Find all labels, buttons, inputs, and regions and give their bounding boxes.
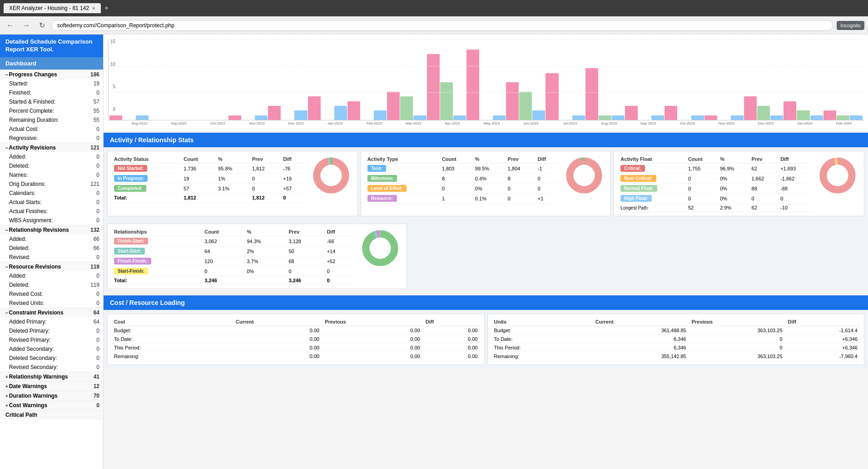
bar [757, 106, 770, 120]
sidebar-item-duration-warnings[interactable]: +Duration Warnings 70 [0, 391, 103, 400]
sidebar-item-percent-complete: Percent Complete: 55 [0, 106, 103, 115]
incognito-button[interactable]: Incognito [837, 21, 864, 30]
sidebar-item-rel-revised: Revised: 0 [0, 253, 103, 262]
units-table: Units Current Previous Diff Budget: 361,… [491, 318, 861, 361]
table-row-total: Total: 1,812 1,812 0 [111, 194, 305, 202]
bar-group [665, 106, 704, 120]
table-row: Finish-Start: 3,06294.3%3,128-66 [111, 236, 354, 246]
units-card: Units Current Previous Diff Budget: 361,… [487, 314, 865, 365]
bar [255, 115, 268, 120]
svg-point-14 [370, 238, 391, 259]
sidebar-dashboard[interactable]: Dashboard [0, 57, 103, 70]
table-row: Resource: 10.1%0+1 [365, 194, 558, 204]
bar [691, 115, 704, 120]
sidebar-item-resource-revisions[interactable]: –Resource Revisions 119 [0, 262, 103, 271]
x-label: Jun-2023 [511, 121, 551, 125]
x-label: Aug-2023 [590, 121, 629, 125]
sidebar-item-orig-durations: Orig Durations: 121 [0, 180, 103, 189]
cell-diff: +19 [280, 174, 304, 184]
table-row: High Float: 00%00 [618, 194, 811, 204]
sidebar-item-relationship-revisions[interactable]: –Relationship Revisions 132 [0, 225, 103, 234]
svg-point-6 [574, 165, 595, 186]
table-row: Remaining: 355,142.85363,103.25-7,960.4 [491, 352, 861, 361]
forward-button[interactable]: → [20, 20, 33, 30]
table-row: Start-Start: 642%50+14 [111, 246, 354, 256]
bar-group [784, 101, 823, 120]
table-row: Critical: 1,75596.9%62+1,693 [618, 164, 811, 174]
activity-status-card: Activity Status Count % Prev Diff Not St… [107, 151, 358, 216]
sidebar-item-deleted-secondary: Deleted Secondary: 0 [0, 354, 103, 363]
bar [506, 82, 519, 120]
bar [294, 110, 307, 120]
col-activity-status: Activity Status [111, 155, 181, 164]
x-label: Nov-2022 [237, 121, 276, 125]
x-label: Mar-2023 [394, 121, 433, 125]
badge-task: Task: [367, 165, 386, 172]
bar [374, 110, 387, 120]
sidebar-item-cost-warnings[interactable]: +Cost Warnings 0 [0, 400, 103, 410]
activity-type-donut [561, 155, 607, 196]
sidebar-item-deleted: Deleted: 0 [0, 161, 103, 170]
sidebar-item-started: Started: 19 [0, 79, 103, 88]
browser-chrome: XER Analyzer - Housing - 81 142 ✕ + [0, 0, 868, 16]
table-row: Remaining: 0.000.000.00 [111, 352, 481, 361]
x-label: Sep-2023 [629, 121, 668, 125]
back-button[interactable]: ← [4, 20, 16, 30]
col-activity-float: Activity Float [618, 155, 685, 164]
sidebar-item-started-finished: Started & Finished: 57 [0, 97, 103, 106]
sidebar-item-regressive: Regressive: 0 [0, 134, 103, 143]
col-cost-diff: Diff [423, 318, 481, 326]
sidebar-item-constraint-revisions[interactable]: –Constraint Revisions 64 [0, 308, 103, 317]
bar-group [308, 96, 347, 120]
bar [493, 115, 506, 120]
activity-float-card: Activity Float Count % Prev Diff Critica… [614, 151, 864, 216]
bar-group [625, 106, 664, 120]
cell-diff: -76 [280, 164, 304, 174]
cell-diff: +57 [280, 184, 304, 194]
sidebar-item-date-warnings[interactable]: +Date Warnings 12 [0, 381, 103, 391]
bar-group [744, 96, 783, 120]
sidebar-item-critical-path[interactable]: Critical Path [0, 410, 103, 419]
sidebar-item-revised-secondary: Revised Secondary: 0 [0, 363, 103, 372]
bar [440, 82, 453, 120]
refresh-button[interactable]: ↻ [36, 20, 48, 30]
sidebar-item-rel-added: Added: 66 [0, 234, 103, 244]
badge-finish-finish: Finish-Finish: [114, 258, 151, 264]
bar [136, 115, 149, 120]
tab-close-icon[interactable]: ✕ [92, 6, 95, 11]
active-tab[interactable]: XER Analyzer - Housing - 81 142 ✕ [4, 3, 101, 13]
bar [387, 92, 400, 120]
address-bar-row: ← → ↻ Incognito [0, 16, 868, 35]
bar-group [823, 110, 863, 120]
cell-pct: 3.1% [215, 184, 249, 194]
sidebar-item-revised-cost: Revised Cost: 0 [0, 289, 103, 299]
bar-group [506, 82, 545, 120]
sidebar-header: Detailed Schedule Comparison Report XER … [0, 35, 103, 57]
bar [625, 106, 638, 120]
table-row: Level of Effort: 00%00 [365, 184, 558, 194]
x-label: Aug-2022 [120, 121, 159, 125]
sidebar-item-calendars: Calendars: 0 [0, 189, 103, 198]
bar [599, 115, 611, 120]
status-badge-completed: Completed: [114, 185, 146, 192]
badge-start-finish: Start-Finish: [114, 268, 148, 274]
table-row-longest-path: Longest Path: 522.9%62-10 [618, 204, 811, 212]
bar [744, 96, 757, 120]
sidebar-item-relationship-warnings[interactable]: +Relationship Warnings 41 [0, 372, 103, 381]
table-row-total: Total: 3,2463,2460 [111, 276, 354, 285]
cell-prev: 0 [249, 184, 281, 194]
col-cost-current: Current [233, 318, 322, 326]
status-badge-not-started: Not Started: [114, 165, 147, 172]
new-tab-button[interactable]: + [103, 2, 110, 14]
col-units-label: Units [491, 318, 593, 326]
bar-group [347, 101, 387, 120]
sidebar-item-activity-revisions[interactable]: –Activity Revisions 121 [0, 143, 103, 152]
col-cost-label: Cost [111, 318, 233, 326]
bar [228, 115, 241, 120]
bar-group [427, 54, 466, 120]
cost-section-header: Cost / Resource Loading [104, 295, 868, 310]
sidebar-item-progress-changes[interactable]: –Progress Changes 186 [0, 70, 103, 79]
address-input[interactable] [51, 20, 833, 31]
bar [400, 96, 413, 120]
x-label: Apr-2023 [433, 121, 472, 125]
